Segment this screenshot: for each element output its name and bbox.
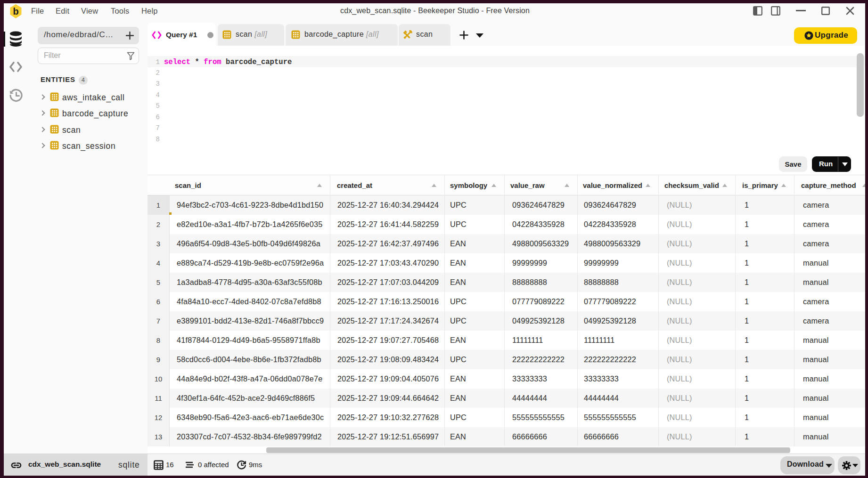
svg-text:b: b (13, 6, 18, 16)
